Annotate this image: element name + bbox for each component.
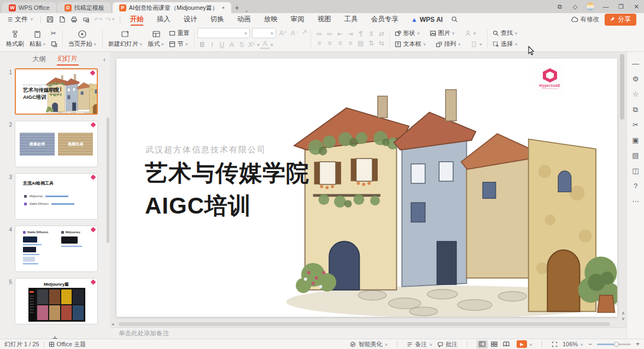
add-slide-button[interactable]: + bbox=[0, 330, 110, 339]
decrease-indent-button[interactable]: ⇤ bbox=[335, 30, 345, 38]
numbered-list-button[interactable]: ≕ bbox=[324, 30, 335, 38]
shadow-button[interactable]: S bbox=[237, 41, 246, 49]
slide-thumbnail-3[interactable]: 主流AI绘画工具 Midjourney Stable Diffusion bbox=[15, 173, 98, 220]
font-decrease-button[interactable]: A⁻ bbox=[290, 29, 299, 37]
next-slide-button[interactable]: ∨ bbox=[622, 316, 625, 321]
search-icon[interactable] bbox=[449, 15, 460, 25]
reading-icon[interactable]: ◫ bbox=[630, 165, 641, 176]
tab-template-doc[interactable]: D 找稿定模板 bbox=[58, 2, 111, 13]
bold-button[interactable]: B bbox=[197, 41, 207, 49]
favorites-icon[interactable]: ☆ bbox=[630, 89, 641, 99]
tab-wps-home[interactable]: W WPS Office bbox=[2, 2, 56, 13]
collapse-panel-icon[interactable]: ‹ bbox=[103, 55, 106, 63]
reading-view-button[interactable] bbox=[501, 340, 512, 348]
menu-wps-ai[interactable]: ▲ WPS AI bbox=[406, 16, 448, 23]
menu-transition[interactable]: 切换 bbox=[204, 13, 230, 26]
zoom-slider-handle[interactable] bbox=[614, 342, 619, 347]
paste-button[interactable]: 粘贴∨ bbox=[27, 28, 49, 49]
menu-design[interactable]: 设计 bbox=[178, 13, 203, 26]
sidebar-scrollbar[interactable] bbox=[107, 117, 109, 243]
sorter-view-button[interactable] bbox=[489, 340, 500, 348]
menu-home[interactable]: 开始 bbox=[124, 13, 150, 26]
labs-icon[interactable]: ◇ bbox=[567, 0, 583, 13]
menu-tools[interactable]: 工具 bbox=[338, 13, 364, 26]
notes-bar[interactable]: 单击此处添加备注 bbox=[110, 327, 627, 339]
tab-slides[interactable]: 幻灯片 bbox=[57, 53, 79, 66]
workspace-icon[interactable]: ⧉ bbox=[552, 0, 567, 13]
slide-1-editor[interactable]: 武汉超方体信息技术有限公司 艺术与传媒学院AIGC培训 HypercubE bbox=[116, 58, 617, 317]
menu-member[interactable]: 会员专享 bbox=[365, 13, 405, 26]
smart-beautify-button[interactable]: 智能美化∨ bbox=[350, 340, 388, 348]
new-tab-button[interactable]: + bbox=[231, 2, 242, 13]
slide-title-text[interactable]: 艺术与传媒学院AIGC培训 bbox=[145, 157, 309, 222]
align-right-button[interactable]: ≡ bbox=[335, 39, 345, 47]
horizontal-scroll-thumb[interactable] bbox=[119, 322, 610, 326]
zoom-out-button[interactable]: − bbox=[588, 340, 592, 348]
section-button[interactable]: 节∨ bbox=[167, 39, 191, 49]
zoom-in-button[interactable]: + bbox=[636, 340, 640, 348]
slide-layout-button[interactable]: 版式∨ bbox=[145, 28, 167, 49]
crop-icon[interactable]: ✂ bbox=[630, 120, 641, 130]
zoom-level[interactable]: 106%∨ bbox=[563, 341, 583, 347]
increase-indent-button[interactable]: ⇥ bbox=[345, 30, 355, 38]
scroll-left-icon[interactable]: ◂ bbox=[112, 322, 114, 327]
zoom-slider[interactable] bbox=[597, 344, 631, 345]
print-preview-icon[interactable] bbox=[81, 15, 92, 25]
file-menu[interactable]: ☰ 文件 ∨ bbox=[4, 15, 37, 24]
clear-format-icon[interactable] bbox=[301, 29, 308, 37]
vertical-align-button[interactable]: ⇅ bbox=[366, 39, 376, 47]
tab-list-caret-icon[interactable]: ⌄ bbox=[242, 8, 251, 13]
collapse-rail-icon[interactable]: — bbox=[630, 58, 641, 69]
redo-icon[interactable]: ↷∨ bbox=[105, 15, 116, 25]
align-left-button[interactable]: ≡ bbox=[314, 39, 324, 47]
theme-indicator[interactable]: Office 主题 bbox=[49, 340, 86, 348]
find-button[interactable]: 查找∨ bbox=[490, 28, 520, 38]
horizontal-scrollbar[interactable]: ◂ bbox=[110, 321, 627, 327]
superscript-button[interactable]: X² bbox=[247, 41, 256, 49]
cut-button[interactable]: ✂ bbox=[49, 28, 60, 38]
distribute-button[interactable]: ▤ bbox=[355, 39, 366, 47]
font-color-button[interactable]: A bbox=[260, 40, 270, 49]
close-button[interactable]: ✕ bbox=[629, 0, 644, 13]
slide-thumbnail-5[interactable]: Midjounry篇 bbox=[15, 278, 98, 324]
more-tools-icon[interactable]: ⋯ bbox=[630, 196, 641, 206]
copy-button[interactable] bbox=[49, 39, 60, 49]
font-size-select[interactable]: ∨ bbox=[252, 28, 276, 38]
avatar-tool-button[interactable]: ∨ bbox=[462, 28, 478, 38]
paragraph-mark-button[interactable]: ¶ bbox=[355, 30, 366, 38]
company-logo[interactable]: HypercubE bbox=[535, 63, 565, 94]
picture-button[interactable]: 图片∨ bbox=[428, 28, 457, 38]
columns-button[interactable]: ⇆ bbox=[376, 39, 387, 47]
resource-icon[interactable]: ▤ bbox=[630, 150, 641, 161]
slide-thumbnail-4[interactable]: Stable Diffusion Midjourney bbox=[15, 226, 98, 272]
tab-outline[interactable]: 大纲 bbox=[32, 54, 47, 65]
vertical-scrollbar[interactable] bbox=[619, 53, 625, 308]
menu-view[interactable]: 视图 bbox=[312, 13, 337, 26]
italic-button[interactable]: I bbox=[207, 41, 216, 49]
notes-button[interactable]: 备注∨ bbox=[407, 340, 432, 348]
design-tool-icon[interactable]: ▣ bbox=[630, 135, 641, 145]
shapes-button[interactable]: 形状∨ bbox=[393, 28, 422, 38]
properties-icon[interactable]: ⚙ bbox=[630, 74, 641, 84]
align-center-button[interactable]: ≡ bbox=[324, 39, 335, 47]
select-button[interactable]: 选择∨ bbox=[490, 39, 520, 49]
format-painter-button[interactable]: 格式刷 bbox=[3, 28, 27, 49]
normal-view-button[interactable] bbox=[477, 340, 488, 348]
menu-slideshow[interactable]: 放映 bbox=[258, 13, 284, 26]
tab-current-presentation[interactable]: P AI创意绘画课堂（Midjourney篇） ● bbox=[113, 2, 232, 13]
slide-thumbnail-2[interactable]: 图像处理 视频生成 bbox=[15, 121, 98, 167]
columns-tool-button[interactable]: ∨ bbox=[469, 39, 484, 49]
restore-button[interactable]: ❐ bbox=[613, 0, 629, 13]
help-icon[interactable]: ? bbox=[630, 181, 641, 191]
menu-review[interactable]: 审阅 bbox=[285, 13, 311, 26]
slideshow-button[interactable]: ▶∨ bbox=[517, 340, 532, 348]
menu-animation[interactable]: 动画 bbox=[231, 13, 257, 26]
font-family-select[interactable]: ∨ bbox=[197, 28, 250, 38]
reset-button[interactable]: 重置 bbox=[167, 28, 191, 38]
print-icon[interactable] bbox=[69, 15, 80, 25]
font-increase-button[interactable]: A⁺ bbox=[278, 29, 288, 37]
fit-slide-button[interactable] bbox=[552, 341, 558, 347]
company-text[interactable]: 武汉超方体信息技术有限公司 bbox=[145, 145, 266, 155]
arrange-button[interactable]: 排列∨ bbox=[434, 39, 463, 49]
strikethrough-button[interactable]: A bbox=[227, 41, 236, 49]
